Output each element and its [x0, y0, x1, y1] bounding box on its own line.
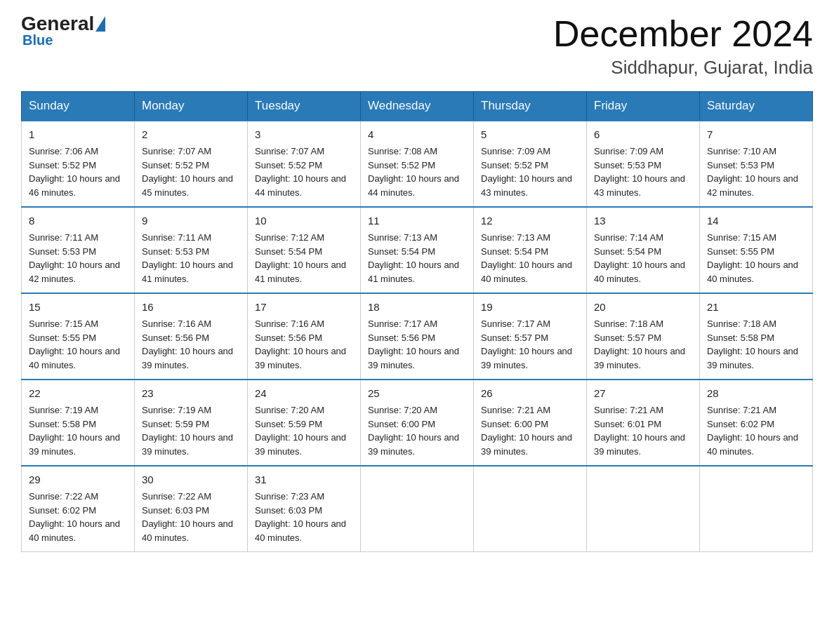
day-number: 3 — [255, 127, 353, 142]
calendar-day: 21 Sunrise: 7:18 AMSunset: 5:58 PMDaylig… — [700, 293, 813, 380]
calendar-day: 24 Sunrise: 7:20 AMSunset: 5:59 PMDaylig… — [248, 380, 361, 466]
day-info: Sunrise: 7:07 AMSunset: 5:52 PMDaylight:… — [142, 146, 233, 198]
day-number: 5 — [481, 127, 579, 142]
calendar-day: 5 Sunrise: 7:09 AMSunset: 5:52 PMDayligh… — [474, 121, 587, 207]
day-info: Sunrise: 7:10 AMSunset: 5:53 PMDaylight:… — [707, 146, 798, 198]
day-info: Sunrise: 7:18 AMSunset: 5:58 PMDaylight:… — [707, 318, 798, 370]
calendar-day: 28 Sunrise: 7:21 AMSunset: 6:02 PMDaylig… — [700, 380, 813, 466]
calendar-table: Sunday Monday Tuesday Wednesday Thursday… — [21, 91, 813, 552]
calendar-day: 17 Sunrise: 7:16 AMSunset: 5:56 PMDaylig… — [248, 293, 361, 380]
header-saturday: Saturday — [700, 92, 813, 121]
calendar-day — [361, 466, 474, 552]
calendar-day: 22 Sunrise: 7:19 AMSunset: 5:58 PMDaylig… — [22, 380, 135, 466]
logo-triangle-icon — [95, 16, 105, 32]
calendar-day: 14 Sunrise: 7:15 AMSunset: 5:55 PMDaylig… — [700, 207, 813, 293]
day-info: Sunrise: 7:11 AMSunset: 5:53 PMDaylight:… — [142, 232, 233, 284]
calendar-day: 10 Sunrise: 7:12 AMSunset: 5:54 PMDaylig… — [248, 207, 361, 293]
calendar-day: 6 Sunrise: 7:09 AMSunset: 5:53 PMDayligh… — [587, 121, 700, 207]
calendar-day: 3 Sunrise: 7:07 AMSunset: 5:52 PMDayligh… — [248, 121, 361, 207]
day-info: Sunrise: 7:17 AMSunset: 5:57 PMDaylight:… — [481, 318, 572, 370]
day-number: 23 — [142, 386, 240, 401]
day-number: 8 — [29, 213, 127, 229]
calendar-day: 29 Sunrise: 7:22 AMSunset: 6:02 PMDaylig… — [22, 466, 135, 552]
logo: General Blue — [21, 14, 107, 48]
day-info: Sunrise: 7:09 AMSunset: 5:52 PMDaylight:… — [481, 146, 572, 198]
day-info: Sunrise: 7:16 AMSunset: 5:56 PMDaylight:… — [255, 318, 346, 370]
calendar-day: 31 Sunrise: 7:23 AMSunset: 6:03 PMDaylig… — [248, 466, 361, 552]
calendar-day: 16 Sunrise: 7:16 AMSunset: 5:56 PMDaylig… — [135, 293, 248, 380]
logo-general-text: General — [21, 14, 94, 34]
day-number: 7 — [707, 127, 805, 142]
calendar-day: 8 Sunrise: 7:11 AMSunset: 5:53 PMDayligh… — [22, 207, 135, 293]
logo-blue-text: Blue — [22, 32, 53, 48]
header-monday: Monday — [135, 92, 248, 121]
day-info: Sunrise: 7:18 AMSunset: 5:57 PMDaylight:… — [594, 318, 685, 370]
calendar-week-row-4: 22 Sunrise: 7:19 AMSunset: 5:58 PMDaylig… — [22, 380, 813, 466]
calendar-day: 27 Sunrise: 7:21 AMSunset: 6:01 PMDaylig… — [587, 380, 700, 466]
day-info: Sunrise: 7:19 AMSunset: 5:58 PMDaylight:… — [29, 405, 120, 457]
day-number: 14 — [707, 213, 805, 229]
day-info: Sunrise: 7:07 AMSunset: 5:52 PMDaylight:… — [255, 146, 346, 198]
day-number: 22 — [29, 386, 127, 401]
day-info: Sunrise: 7:20 AMSunset: 5:59 PMDaylight:… — [255, 405, 346, 457]
day-info: Sunrise: 7:22 AMSunset: 6:03 PMDaylight:… — [142, 491, 233, 543]
day-info: Sunrise: 7:13 AMSunset: 5:54 PMDaylight:… — [481, 232, 572, 284]
day-number: 16 — [142, 300, 240, 315]
day-number: 29 — [29, 472, 127, 488]
location-subtitle: Siddhapur, Gujarat, India — [553, 57, 813, 79]
day-info: Sunrise: 7:17 AMSunset: 5:56 PMDaylight:… — [368, 318, 459, 370]
calendar-day: 15 Sunrise: 7:15 AMSunset: 5:55 PMDaylig… — [22, 293, 135, 380]
calendar-day: 1 Sunrise: 7:06 AMSunset: 5:52 PMDayligh… — [22, 121, 135, 207]
header-sunday: Sunday — [22, 92, 135, 121]
calendar-day: 2 Sunrise: 7:07 AMSunset: 5:52 PMDayligh… — [135, 121, 248, 207]
day-info: Sunrise: 7:09 AMSunset: 5:53 PMDaylight:… — [594, 146, 685, 198]
day-number: 10 — [255, 213, 353, 229]
calendar-day: 12 Sunrise: 7:13 AMSunset: 5:54 PMDaylig… — [474, 207, 587, 293]
calendar-week-row-3: 15 Sunrise: 7:15 AMSunset: 5:55 PMDaylig… — [22, 293, 813, 380]
day-info: Sunrise: 7:16 AMSunset: 5:56 PMDaylight:… — [142, 318, 233, 370]
day-info: Sunrise: 7:06 AMSunset: 5:52 PMDaylight:… — [29, 146, 120, 198]
day-number: 28 — [707, 386, 805, 401]
day-info: Sunrise: 7:12 AMSunset: 5:54 PMDaylight:… — [255, 232, 346, 284]
calendar-day: 23 Sunrise: 7:19 AMSunset: 5:59 PMDaylig… — [135, 380, 248, 466]
calendar-day: 19 Sunrise: 7:17 AMSunset: 5:57 PMDaylig… — [474, 293, 587, 380]
calendar-week-row-1: 1 Sunrise: 7:06 AMSunset: 5:52 PMDayligh… — [22, 121, 813, 207]
day-number: 31 — [255, 472, 353, 488]
day-number: 25 — [368, 386, 466, 401]
day-number: 19 — [481, 300, 579, 315]
day-info: Sunrise: 7:22 AMSunset: 6:02 PMDaylight:… — [29, 491, 120, 543]
day-number: 11 — [368, 213, 466, 229]
day-number: 15 — [29, 300, 127, 315]
calendar-day: 25 Sunrise: 7:20 AMSunset: 6:00 PMDaylig… — [361, 380, 474, 466]
day-number: 20 — [594, 300, 692, 315]
header-wednesday: Wednesday — [361, 92, 474, 121]
day-number: 30 — [142, 472, 240, 488]
day-number: 2 — [142, 127, 240, 142]
day-info: Sunrise: 7:13 AMSunset: 5:54 PMDaylight:… — [368, 232, 459, 284]
day-info: Sunrise: 7:08 AMSunset: 5:52 PMDaylight:… — [368, 146, 459, 198]
header-tuesday: Tuesday — [248, 92, 361, 121]
calendar-header-row: Sunday Monday Tuesday Wednesday Thursday… — [22, 92, 813, 121]
calendar-day: 30 Sunrise: 7:22 AMSunset: 6:03 PMDaylig… — [135, 466, 248, 552]
calendar-day: 18 Sunrise: 7:17 AMSunset: 5:56 PMDaylig… — [361, 293, 474, 380]
header-thursday: Thursday — [474, 92, 587, 121]
calendar-day: 4 Sunrise: 7:08 AMSunset: 5:52 PMDayligh… — [361, 121, 474, 207]
day-number: 1 — [29, 127, 127, 142]
day-number: 24 — [255, 386, 353, 401]
calendar-day: 11 Sunrise: 7:13 AMSunset: 5:54 PMDaylig… — [361, 207, 474, 293]
day-info: Sunrise: 7:23 AMSunset: 6:03 PMDaylight:… — [255, 491, 346, 543]
day-info: Sunrise: 7:21 AMSunset: 6:01 PMDaylight:… — [594, 405, 685, 457]
day-info: Sunrise: 7:14 AMSunset: 5:54 PMDaylight:… — [594, 232, 685, 284]
day-number: 27 — [594, 386, 692, 401]
day-info: Sunrise: 7:20 AMSunset: 6:00 PMDaylight:… — [368, 405, 459, 457]
day-number: 26 — [481, 386, 579, 401]
calendar-day: 26 Sunrise: 7:21 AMSunset: 6:00 PMDaylig… — [474, 380, 587, 466]
calendar-day: 9 Sunrise: 7:11 AMSunset: 5:53 PMDayligh… — [135, 207, 248, 293]
day-info: Sunrise: 7:21 AMSunset: 6:02 PMDaylight:… — [707, 405, 798, 457]
page-header: General Blue December 2024 Siddhapur, Gu… — [21, 14, 813, 79]
day-number: 6 — [594, 127, 692, 142]
day-number: 18 — [368, 300, 466, 315]
calendar-day: 7 Sunrise: 7:10 AMSunset: 5:53 PMDayligh… — [700, 121, 813, 207]
calendar-week-row-2: 8 Sunrise: 7:11 AMSunset: 5:53 PMDayligh… — [22, 207, 813, 293]
calendar-day — [474, 466, 587, 552]
